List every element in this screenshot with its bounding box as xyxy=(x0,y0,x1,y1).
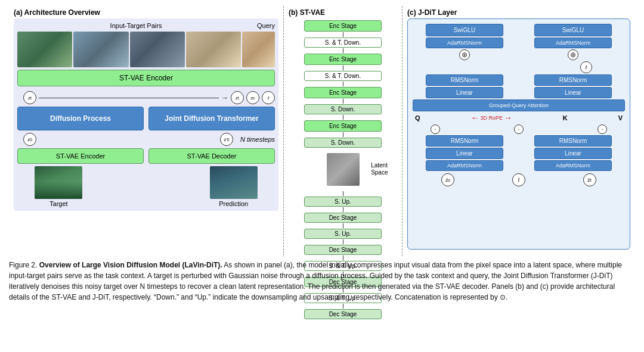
prediction-img xyxy=(210,166,258,199)
zt-circle-2: zt xyxy=(231,91,244,104)
middle-flow-row: zt → zt zc t xyxy=(17,91,275,104)
jdit-outer: SwiGLU AdaRMSNorm ⊕ SwiGLU AdaRMSNorm ⊕ … xyxy=(407,18,630,250)
enc-stage-1: Enc Stage xyxy=(304,20,382,32)
zc-bottom-circle: zc xyxy=(441,173,454,186)
rmsnorm-bot-left: RMSNorm xyxy=(426,135,503,147)
bottom-enc-dec-row: ST-VAE Encoder ST-VAE Decoder xyxy=(17,148,275,164)
s-down-1: S. Down. xyxy=(304,104,382,114)
linear-right-container: Linear xyxy=(534,87,612,98)
linear-left: Linear xyxy=(426,87,503,98)
n-timesteps-label: N timesteps xyxy=(240,136,275,143)
adarms-bot-left-container: AdaRMSNorm xyxy=(426,160,503,171)
panel-a: (a) Architecture Overview Input-Target P… xyxy=(9,6,283,256)
panel-b: (b) ST-VAE Enc Stage S. & T. Down. Enc S… xyxy=(283,6,402,256)
adarms-bot-row: AdaRMSNorm AdaRMSNorm xyxy=(413,160,625,171)
t-circle-mid: t xyxy=(580,61,592,73)
right-arrow-icon: → xyxy=(504,113,512,123)
caption-bold: Overview of Large Vision Diffusion Model… xyxy=(39,261,222,269)
input-img-2 xyxy=(73,32,128,67)
latent-space-label: LatentSpace xyxy=(371,162,388,176)
dot-circle-left: · xyxy=(431,124,440,134)
panel-b-label: (b) ST-VAE xyxy=(289,8,397,17)
prediction-container: Prediction xyxy=(192,166,275,207)
stvae-encoder-top: ST-VAE Encoder xyxy=(17,70,275,86)
swiglu-right: SwiGLU xyxy=(534,24,612,36)
linear-bot-right: Linear xyxy=(534,148,612,159)
rmsnorm-right-container: RMSNorm xyxy=(534,74,612,86)
latent-row: LatentSpace xyxy=(327,151,360,188)
left-col-top: SwiGLU AdaRMSNorm ⊕ xyxy=(426,24,503,60)
input-img-1 xyxy=(17,32,72,67)
adarms-bot-left: AdaRMSNorm xyxy=(426,160,503,171)
joint-diffusion-box: Joint Diffusion Transformer xyxy=(148,107,275,130)
panel-c: (c) J-DiT Layer SwiGLU AdaRMSNorm ⊕ SwiG… xyxy=(402,6,635,256)
linear-right: Linear xyxy=(534,87,612,98)
z0-circle: z0 xyxy=(23,133,36,146)
plus-circle-left-top: ⊕ xyxy=(459,49,470,60)
linear-bot-right-container: Linear xyxy=(534,148,612,159)
gqa-box: Grouped-Query Attention xyxy=(413,99,625,111)
linear-bot-left: Linear xyxy=(426,148,503,159)
dot-circle-right: · xyxy=(597,124,607,134)
s-down-2: S. Down. xyxy=(304,138,382,148)
linear-bot-row: Linear Linear xyxy=(413,148,625,159)
rmsnorm-right: RMSNorm xyxy=(534,74,612,86)
query-img xyxy=(242,32,275,67)
diffusion-box: Diffusion Process xyxy=(17,107,144,130)
s-up-1: S. Up. xyxy=(304,197,382,207)
panel-c-label: (c) J-DiT Layer xyxy=(407,8,630,17)
rope-label: 3D RoPE xyxy=(480,115,503,121)
z0-row: z0 z'0 N timesteps xyxy=(17,133,275,146)
k-label: K xyxy=(563,114,568,122)
bottom-images-row: Target Prediction xyxy=(17,166,275,207)
rmsnorm-bot-right: RMSNorm xyxy=(534,135,612,147)
rmsnorm-bot-left-container: RMSNorm xyxy=(426,135,503,147)
adarms-bot-right: AdaRMSNorm xyxy=(534,160,612,171)
z0-prime-circle: z'0 xyxy=(220,133,233,146)
dec-stage-2: Dec Stage xyxy=(304,245,382,255)
zt-bottom-circle: zt xyxy=(583,173,596,186)
query-label: Query xyxy=(257,22,275,29)
gqa-container: Grouped-Query Attention xyxy=(413,99,625,111)
target-container: Target xyxy=(17,166,100,207)
enc-stage-4: Enc Stage xyxy=(304,120,382,132)
stvae-encoder-bottom: ST-VAE Encoder xyxy=(17,148,144,164)
main-container: (a) Architecture Overview Input-Target P… xyxy=(0,0,644,352)
zt-circle-top: zt xyxy=(23,91,36,104)
prediction-label: Prediction xyxy=(219,200,248,207)
dot-circles-row: · · · xyxy=(413,124,625,134)
swiglu-left: SwiGLU xyxy=(426,24,503,36)
q-label: Q xyxy=(415,114,420,122)
t-circle-top: t xyxy=(262,91,275,104)
stvae-decoder: ST-VAE Decoder xyxy=(148,148,275,164)
rmsnorm-bot-right-container: RMSNorm xyxy=(534,135,612,147)
s-up-2: S. Up. xyxy=(304,229,382,239)
linear-row: Linear Linear xyxy=(413,87,625,98)
rope-container: ← 3D RoPE → xyxy=(470,113,512,123)
right-col-top: SwiGLU AdaRMSNorm ⊕ xyxy=(534,24,612,60)
enc-stage-3: Enc Stage xyxy=(304,87,382,98)
panel-a-label: (a) Architecture Overview xyxy=(14,8,278,17)
linear-left-container: Linear xyxy=(426,87,503,98)
adarms-right-top: AdaRMSNorm xyxy=(534,38,612,48)
t-row: t xyxy=(413,61,625,73)
latent-image: LatentSpace xyxy=(327,153,360,186)
top-row: SwiGLU AdaRMSNorm ⊕ SwiGLU AdaRMSNorm ⊕ xyxy=(413,24,625,60)
dec-stage-1: Dec Stage xyxy=(304,213,382,223)
adarms-bot-right-container: AdaRMSNorm xyxy=(534,160,612,171)
st-down-2: S. & T. Down. xyxy=(304,71,382,81)
left-arrow-icon: ← xyxy=(470,113,479,123)
st-down-1: S. & T. Down. xyxy=(304,38,382,48)
rmsnorm-left: RMSNorm xyxy=(426,74,503,86)
diffusion-row: Diffusion Process Joint Diffusion Transf… xyxy=(17,107,275,130)
plus-circle-right-top: ⊕ xyxy=(568,49,578,60)
target-img xyxy=(35,166,82,199)
zc-circle: zc xyxy=(246,91,259,104)
diagrams-row: (a) Architecture Overview Input-Target P… xyxy=(9,6,635,256)
dot-circle-mid: · xyxy=(514,124,524,134)
rmsnorm-left-container: RMSNorm xyxy=(426,74,503,86)
image-strip xyxy=(17,32,275,67)
figure-number: Figure 2. xyxy=(9,261,37,269)
rmsnorm-bot-row: RMSNorm RMSNorm xyxy=(413,135,625,147)
input-img-3 xyxy=(130,32,185,67)
